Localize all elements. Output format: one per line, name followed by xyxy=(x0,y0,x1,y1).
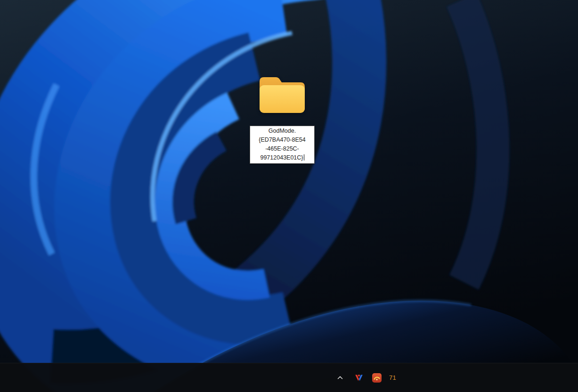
taskbar: 71 xyxy=(0,363,578,392)
tray-app-red-blue[interactable] xyxy=(352,371,366,384)
system-tray: 71 xyxy=(333,363,396,392)
desktop-folder-icon[interactable]: GodMode. {ED7BA470-8E54 -465E-825C- 9971… xyxy=(249,74,315,164)
rename-line-3: -465E-825C- xyxy=(251,144,313,153)
tray-app-orange-square[interactable] xyxy=(370,371,383,384)
desktop[interactable]: GodMode. {ED7BA470-8E54 -465E-825C- 9971… xyxy=(0,0,578,392)
orange-square-app-icon xyxy=(372,373,382,383)
red-blue-logo-icon xyxy=(354,373,364,383)
temperature-reading: 71 xyxy=(388,374,396,381)
rename-line-1: GodMode. xyxy=(251,127,313,136)
chevron-up-icon xyxy=(336,374,344,382)
text-caret xyxy=(304,154,304,160)
rename-line-2: {ED7BA470-8E54 xyxy=(251,136,313,144)
folder-rename-input[interactable]: GodMode. {ED7BA470-8E54 -465E-825C- 9971… xyxy=(250,126,315,164)
rename-line-4: 99712043E01C} xyxy=(251,153,313,162)
folder-icon[interactable] xyxy=(258,74,307,116)
hidden-icons-chevron[interactable] xyxy=(333,370,348,385)
wallpaper xyxy=(0,0,578,392)
